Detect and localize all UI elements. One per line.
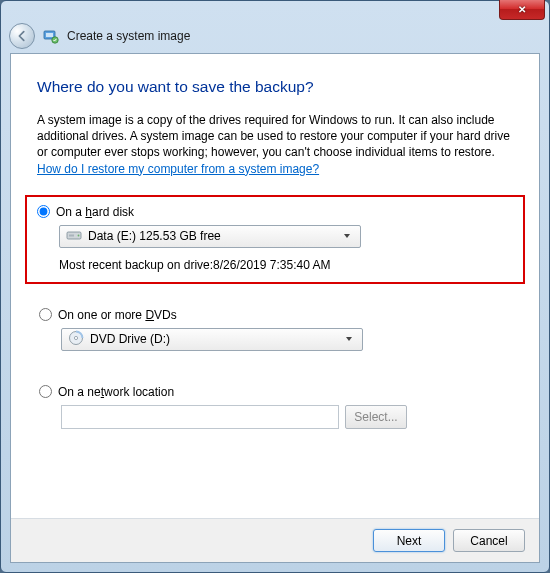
- dialog-window: ✕ Create a system image Where do you wan…: [0, 0, 550, 573]
- radio-row-network: On a network location: [39, 385, 513, 399]
- hard-disk-dropdown[interactable]: Data (E:) 125.53 GB free: [59, 225, 361, 248]
- hard-drive-icon: [66, 227, 82, 246]
- svg-rect-5: [69, 234, 74, 236]
- chevron-down-icon: [340, 335, 358, 343]
- chevron-down-icon: [338, 232, 356, 240]
- network-input-row: Select...: [39, 405, 513, 429]
- content-area: Where do you want to save the backup? A …: [11, 54, 539, 429]
- radio-label-dvd[interactable]: On one or more DVDs: [58, 308, 177, 322]
- help-link[interactable]: How do I restore my computer from a syst…: [37, 162, 319, 176]
- page-heading: Where do you want to save the backup?: [37, 78, 513, 96]
- description-body: A system image is a copy of the drives r…: [37, 113, 510, 159]
- close-icon: ✕: [518, 4, 526, 15]
- select-network-button[interactable]: Select...: [345, 405, 407, 429]
- option-dvd-group: On one or more DVDs DVD Drive (D:): [37, 308, 513, 351]
- hard-disk-status: Most recent backup on drive:8/26/2019 7:…: [59, 258, 513, 272]
- back-button[interactable]: [9, 23, 35, 49]
- system-image-icon: [43, 28, 59, 44]
- hard-disk-selected-value: Data (E:) 125.53 GB free: [88, 229, 221, 243]
- footer: Next Cancel: [11, 518, 539, 562]
- description-text: A system image is a copy of the drives r…: [37, 112, 513, 177]
- svg-point-4: [78, 234, 80, 236]
- content-frame: Where do you want to save the backup? A …: [10, 53, 540, 563]
- dvd-dropdown[interactable]: DVD Drive (D:): [61, 328, 363, 351]
- radio-label-hard-disk[interactable]: On a hard disk: [56, 205, 134, 219]
- titlebar: ✕: [1, 1, 549, 21]
- radio-dvd[interactable]: [39, 308, 52, 321]
- svg-point-7: [74, 336, 77, 339]
- option-network-group: On a network location Select...: [37, 385, 513, 429]
- dvd-selected-value: DVD Drive (D:): [90, 332, 170, 346]
- radio-hard-disk[interactable]: [37, 205, 50, 218]
- disc-icon: [68, 330, 84, 349]
- svg-rect-1: [46, 33, 53, 37]
- radio-row-hard-disk: On a hard disk: [37, 205, 513, 219]
- next-button[interactable]: Next: [373, 529, 445, 552]
- option-hard-disk-group: On a hard disk Data (E:) 125.53 GB free …: [25, 195, 525, 284]
- close-button[interactable]: ✕: [499, 0, 545, 20]
- network-path-input[interactable]: [61, 405, 339, 429]
- radio-row-dvd: On one or more DVDs: [39, 308, 513, 322]
- cancel-button[interactable]: Cancel: [453, 529, 525, 552]
- radio-label-network[interactable]: On a network location: [58, 385, 174, 399]
- header-title: Create a system image: [67, 29, 190, 43]
- header-bar: Create a system image: [1, 21, 549, 51]
- back-arrow-icon: [15, 29, 29, 43]
- radio-network[interactable]: [39, 385, 52, 398]
